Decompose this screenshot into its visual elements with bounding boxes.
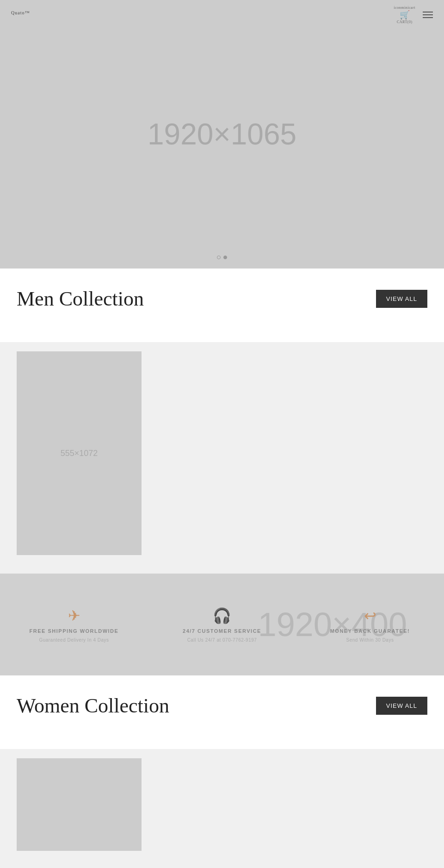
dot-1[interactable] <box>217 256 221 259</box>
women-collection-title: Women Collection <box>17 694 169 718</box>
men-product-card-1[interactable]: 555×1072 <box>17 351 142 555</box>
feature-item-returns: ↩ MONEY BACK GUARATEE! Send Within 30 Da… <box>303 607 437 643</box>
women-view-all-button[interactable]: VIEW ALL <box>376 697 427 715</box>
shipping-title: FREE SHIPPING WORLDWIDE <box>30 628 119 634</box>
features-banner: 1920×400 ✈ FREE SHIPPING WORLDWIDE Guara… <box>0 574 444 675</box>
men-view-all-button[interactable]: VIEW ALL <box>376 290 427 308</box>
cart-icon: 🛒 <box>400 10 410 20</box>
header-right: iconminicart 🛒 CART(0) <box>394 6 433 24</box>
hero-slider: 1920×1065 <box>0 0 444 269</box>
hamburger-line-3 <box>423 17 433 18</box>
men-products-area: 555×1072 <box>0 342 444 574</box>
logo-text: Quato <box>11 10 25 15</box>
men-collection-header: Men Collection VIEW ALL <box>17 287 427 311</box>
men-product-placeholder: 555×1072 <box>61 449 98 458</box>
feature-item-service: 🎧 24/7 CUSTOMER SERVICE Call Us 24/7 at … <box>155 607 289 643</box>
logo[interactable]: Quato™ <box>11 9 30 21</box>
hamburger-line-1 <box>423 12 433 12</box>
cart-icon-label: iconminicart <box>394 6 415 10</box>
cart-area[interactable]: iconminicart 🛒 CART(0) <box>394 6 415 24</box>
hamburger-menu[interactable] <box>423 12 433 18</box>
dot-2[interactable] <box>223 256 227 259</box>
cart-count-label: CART(0) <box>397 20 413 24</box>
service-title: 24/7 CUSTOMER SERVICE <box>183 628 261 634</box>
returns-icon: ↩ <box>364 607 376 624</box>
returns-subtitle: Send Within 30 Days <box>346 637 394 643</box>
slider-dots <box>217 256 227 259</box>
service-subtitle: Call Us 24/7 at 070-7762-9197 <box>187 637 257 643</box>
returns-title: MONEY BACK GUARATEE! <box>330 628 410 634</box>
hamburger-line-2 <box>423 14 433 15</box>
feature-item-shipping: ✈ FREE SHIPPING WORLDWIDE Guaranteed Del… <box>7 607 141 643</box>
trademark: ™ <box>25 10 30 15</box>
shipping-icon: ✈ <box>68 607 80 624</box>
women-products-area <box>0 749 444 868</box>
hero-placeholder: 1920×1065 <box>148 117 296 151</box>
service-icon: 🎧 <box>213 607 231 624</box>
men-collection-section: Men Collection VIEW ALL <box>0 269 444 342</box>
shipping-subtitle: Guaranteed Delivery In 4 Days <box>39 637 109 643</box>
women-product-card-1[interactable] <box>17 758 142 851</box>
header: Quato™ iconminicart 🛒 CART(0) <box>0 0 444 30</box>
women-collection-header: Women Collection VIEW ALL <box>17 694 427 718</box>
women-collection-section: Women Collection VIEW ALL <box>0 675 444 749</box>
men-collection-title: Men Collection <box>17 287 144 311</box>
